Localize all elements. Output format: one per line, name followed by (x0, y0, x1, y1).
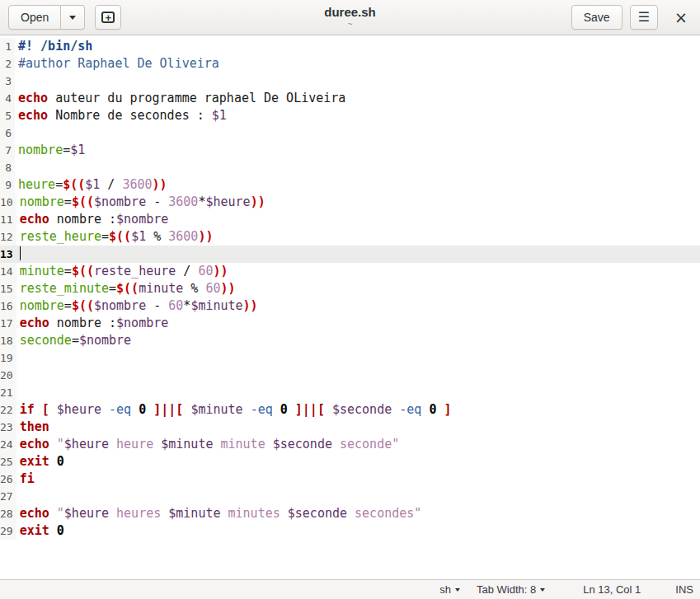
save-button[interactable]: Save (571, 5, 622, 30)
code-line-text: seconde=$nombre (16, 332, 700, 349)
line-number: 13 (0, 246, 16, 263)
code-line-27[interactable]: 27 (0, 488, 700, 505)
code-line-9[interactable]: 9heure=$(($1 / 3600)) (0, 176, 700, 194)
line-number: 24 (0, 436, 16, 453)
code-line-24[interactable]: 24echo "$heure heure $minute minute $sec… (0, 436, 700, 453)
code-line-25[interactable]: 25exit 0 (0, 453, 700, 470)
menu-button[interactable]: ☰ (630, 5, 658, 30)
chevron-down-icon (455, 588, 460, 592)
code-line-19[interactable]: 19 (0, 349, 700, 367)
close-icon: × (674, 8, 688, 26)
language-selector[interactable]: sh (439, 583, 460, 596)
code-line-17[interactable]: 17echo nombre :$nombre (0, 315, 700, 332)
code-line-13[interactable]: 13 (0, 246, 700, 263)
code-line-4[interactable]: 4echo auteur du programme raphael De OLi… (0, 90, 700, 107)
code-line-text: heure=$(($1 / 3600)) (15, 176, 700, 194)
code-line-text: echo "$heure heures $minute minutes $sec… (16, 505, 700, 522)
code-line-text: exit 0 (16, 453, 700, 470)
code-line-22[interactable]: 22if [ $heure -eq 0 ]||[ $minute -eq 0 ]… (0, 401, 700, 419)
code-line-text: echo Nombre de secondes : $1 (15, 107, 700, 124)
line-number: 7 (0, 142, 15, 159)
code-line-16[interactable]: 16nombre=$(($nombre - 60*$minute)) (0, 297, 700, 315)
code-line-3[interactable]: 3 (0, 73, 700, 90)
chevron-down-icon (69, 16, 76, 20)
code-line-20[interactable]: 20 (0, 367, 700, 384)
code-line-15[interactable]: 15reste_minute=$((minute % 60)) (0, 280, 700, 297)
code-line-text: echo nombre :$nombre (16, 211, 700, 228)
code-line-21[interactable]: 21 (0, 384, 700, 401)
line-number: 18 (0, 332, 16, 349)
line-number: 5 (0, 107, 15, 124)
new-tab-icon: + (101, 12, 115, 23)
open-recent-dropdown-button[interactable] (61, 5, 85, 30)
code-line-28[interactable]: 28echo "$heure heures $minute minutes $s… (0, 505, 700, 522)
code-line-2[interactable]: 2#author Raphael De Oliveira (0, 55, 700, 73)
code-line-text: echo "$heure heure $minute minute $secon… (16, 436, 700, 453)
header-bar: Open + duree.sh ~ Save ☰ × (0, 0, 700, 35)
code-line-26[interactable]: 26fi (0, 470, 700, 488)
chevron-down-icon (540, 588, 545, 592)
code-line-text: #author Raphael De Oliveira (15, 55, 700, 73)
code-line-text (16, 488, 700, 505)
tab-width-selector[interactable]: Tab Width: 8 (477, 583, 545, 596)
code-line-8[interactable]: 8 (0, 159, 700, 176)
line-number: 26 (0, 470, 16, 488)
line-number: 23 (0, 419, 16, 436)
line-number: 1 (0, 38, 15, 55)
code-line-11[interactable]: 11echo nombre :$nombre (0, 211, 700, 228)
code-line-text: #! /bin/sh (15, 38, 700, 55)
line-number: 16 (0, 297, 16, 315)
line-number: 3 (0, 73, 15, 90)
line-number: 29 (0, 522, 16, 540)
code-editor[interactable]: 1#! /bin/sh2#author Raphael De Oliveira3… (0, 36, 700, 579)
line-number: 17 (0, 315, 16, 332)
code-line-text: echo auteur du programme raphael De OLiv… (15, 90, 700, 107)
line-number: 8 (0, 159, 15, 176)
code-line-text: reste_heure=$(($1 % 3600)) (16, 228, 700, 246)
code-line-text: nombre=$1 (15, 142, 700, 159)
code-line-text: minute=$((reste_heure / 60)) (16, 263, 700, 280)
code-line-6[interactable]: 6 (0, 124, 700, 142)
code-line-23[interactable]: 23then (0, 419, 700, 436)
document-location: ~ (347, 20, 352, 29)
line-number: 6 (0, 124, 15, 142)
code-line-text: reste_minute=$((minute % 60)) (16, 280, 700, 297)
line-number: 15 (0, 280, 16, 297)
code-line-7[interactable]: 7nombre=$1 (0, 142, 700, 159)
code-line-text: fi (16, 470, 700, 488)
window-close-button[interactable]: × (670, 7, 692, 28)
code-line-1[interactable]: 1#! /bin/sh (0, 38, 700, 55)
line-number: 9 (0, 176, 15, 194)
line-number: 25 (0, 453, 16, 470)
line-number: 2 (0, 55, 15, 73)
code-line-text: then (16, 419, 700, 436)
code-line-text: nombre=$(($nombre - 3600*$heure)) (16, 194, 700, 211)
code-line-text (15, 124, 700, 142)
hamburger-menu-icon: ☰ (638, 11, 650, 24)
new-tab-button[interactable]: + (95, 5, 121, 30)
code-line-29[interactable]: 29exit 0 (0, 522, 700, 540)
open-button-group: Open (8, 5, 85, 30)
code-line-text: echo nombre :$nombre (16, 315, 700, 332)
open-button-label: Open (21, 11, 49, 24)
insert-mode-indicator: INS (675, 583, 693, 596)
code-line-5[interactable]: 5echo Nombre de secondes : $1 (0, 107, 700, 124)
line-number: 14 (0, 263, 16, 280)
line-number: 10 (0, 194, 16, 211)
code-line-18[interactable]: 18seconde=$nombre (0, 332, 700, 349)
code-line-14[interactable]: 14minute=$((reste_heure / 60)) (0, 263, 700, 280)
line-number: 19 (0, 349, 16, 367)
line-number: 27 (0, 488, 16, 505)
save-button-label: Save (584, 11, 610, 24)
line-number: 20 (0, 367, 16, 384)
code-line-12[interactable]: 12reste_heure=$(($1 % 3600)) (0, 228, 700, 246)
code-line-text (16, 384, 700, 401)
line-number: 28 (0, 505, 16, 522)
code-line-text (15, 73, 700, 90)
document-title: duree.sh (324, 6, 376, 19)
code-line-text: nombre=$(($nombre - 60*$minute)) (16, 297, 700, 315)
cursor-position-label: Ln 13, Col 1 (583, 583, 641, 596)
code-line-10[interactable]: 10nombre=$(($nombre - 3600*$heure)) (0, 194, 700, 211)
open-button[interactable]: Open (8, 5, 61, 30)
language-label: sh (439, 583, 451, 596)
